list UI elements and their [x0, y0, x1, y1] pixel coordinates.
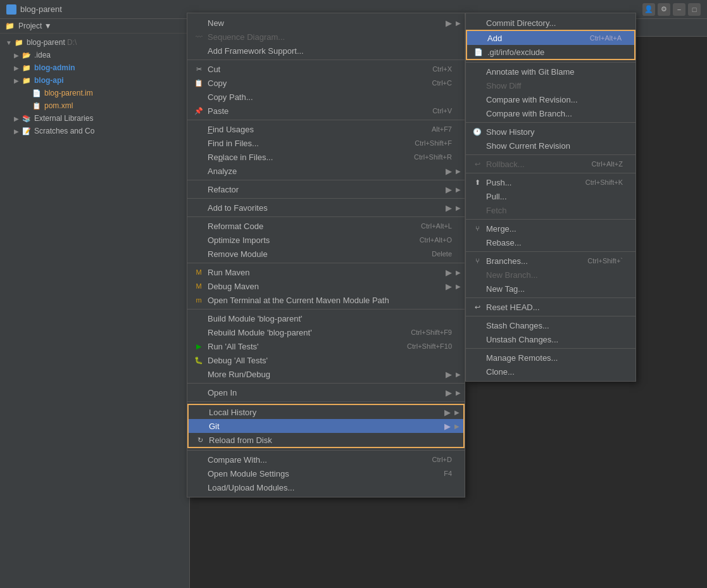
git-rebase[interactable]: Rebase... [466, 235, 635, 249]
git-show-diff: Show Diff [466, 78, 635, 92]
menu-run-maven[interactable]: M Run Maven ▶ [187, 265, 465, 279]
annotate-icon [472, 66, 482, 77]
menu-copy-path[interactable]: Copy Path... [187, 90, 465, 104]
tree-blog-admin[interactable]: ▶ 📁 blog-admin [0, 61, 189, 74]
menu-analyze[interactable]: Analyze ▶ [187, 164, 465, 178]
menu-debug-tests[interactable]: 🐛 Debug 'All Tests' [187, 353, 465, 367]
git-sep-5 [466, 219, 635, 220]
revision-icon [472, 94, 482, 104]
git-unstash[interactable]: Unstash Changes... [466, 332, 635, 346]
rebuild-icon [194, 327, 204, 337]
git-sep-3 [466, 154, 635, 155]
expand-arrow: ▼ [5, 39, 13, 46]
menu-cut[interactable]: ✂ Cut Ctrl+X [187, 62, 465, 76]
sidebar: 📁 Project ▼ ▼ 📁 blog-parent D:\ ▶ 📂 .ide… [0, 19, 190, 588]
load-icon [194, 482, 204, 492]
build-icon [194, 313, 204, 323]
git-show-revision[interactable]: Show Current Revision [466, 139, 635, 153]
tree-blog-parent-file[interactable]: 📄 blog-parent.im [0, 87, 189, 99]
minimize-button[interactable]: − [673, 3, 685, 16]
root-folder-icon: 📁 [14, 37, 24, 47]
file1-arrow [23, 89, 30, 97]
tree-root[interactable]: ▼ 📁 blog-parent D:\ [0, 36, 189, 49]
restore-button[interactable]: □ [688, 3, 701, 16]
git-new-tag[interactable]: New Tag... [466, 282, 635, 296]
git-annotate[interactable]: Annotate with Git Blame [466, 65, 635, 78]
menu-add-favorites[interactable]: Add to Favorites ▶ [187, 201, 465, 215]
sep-6 [187, 263, 465, 263]
menu-reload[interactable]: ↻ Reload from Disk [187, 433, 465, 448]
favorites-icon [194, 203, 204, 213]
menu-refactor[interactable]: Refactor ▶ [187, 182, 465, 196]
menu-load-upload[interactable]: Load/Upload Modules... [187, 480, 465, 494]
maven-icon: M [194, 267, 204, 277]
git-stash[interactable]: Stash Changes... [466, 318, 635, 332]
menu-module-settings[interactable]: Open Module Settings F4 [187, 466, 465, 480]
git-merge[interactable]: ⑂ Merge... [466, 222, 635, 235]
git-fetch: Fetch [466, 203, 635, 217]
git-compare-revision[interactable]: Compare with Revision... [466, 92, 635, 106]
menu-local-history[interactable]: Local History ▶ [187, 404, 465, 419]
menu-remove-module[interactable]: Remove Module Delete [187, 247, 465, 261]
menu-add-framework[interactable]: Add Framework Support... [187, 44, 465, 58]
git-compare-branch[interactable]: Compare with Branch... [466, 106, 635, 120]
git-add[interactable]: Add Ctrl+Alt+A [466, 30, 635, 45]
git-push[interactable]: ⬆ Push... Ctrl+Shift+K [466, 175, 635, 189]
git-icon [195, 421, 205, 431]
menu-open-terminal[interactable]: m Open Terminal at the Current Maven Mod… [187, 293, 465, 307]
menu-seq-diagram: 〰 Sequence Diagram... [187, 30, 465, 44]
git-branches[interactable]: ⑂ Branches... Ctrl+Shift+` [466, 254, 635, 268]
git-clone[interactable]: Clone... [466, 365, 635, 378]
ext-lib-label: External Libraries [34, 114, 93, 123]
menu-find-usages[interactable]: Find Usages Alt+F7 [187, 122, 465, 136]
rollback-icon: ↩ [472, 159, 482, 169]
tree-idea[interactable]: ▶ 📂 .idea [0, 49, 189, 61]
profile-button[interactable]: 👤 [642, 3, 655, 16]
git-rollback: ↩ Rollback... Ctrl+Alt+Z [466, 157, 635, 171]
admin-arrow: ▶ [13, 64, 20, 72]
menu-find-files[interactable]: Find in Files... Ctrl+Shift+F [187, 136, 465, 150]
settings-button[interactable]: ⚙ [658, 3, 670, 16]
refactor-icon [194, 184, 204, 194]
git-reset-head[interactable]: ↩ Reset HEAD... [466, 300, 635, 314]
sidebar-header[interactable]: 📁 Project ▼ [0, 19, 189, 34]
pull-icon [472, 191, 482, 201]
scratch-arrow: ▶ [13, 127, 20, 135]
tree-ext-lib[interactable]: ▶ 📚 External Libraries [0, 112, 189, 125]
git-commit-dir[interactable]: Commit Directory... [466, 16, 635, 30]
menu-new[interactable]: New ▶ [187, 16, 465, 30]
extlib-arrow: ▶ [13, 115, 20, 122]
tree-pom[interactable]: 📋 pom.xml [0, 99, 189, 112]
menu-debug-maven[interactable]: M Debug Maven ▶ [187, 279, 465, 293]
git-sub-arrow: ▶ [444, 422, 451, 431]
menu-replace-files[interactable]: Replace in Files... Ctrl+Shift+R [187, 150, 465, 164]
menu-reformat[interactable]: Reformat Code Ctrl+Alt+L [187, 219, 465, 233]
menu-copy[interactable]: 📋 Copy Ctrl+C [187, 76, 465, 90]
menu-rebuild[interactable]: Rebuild Module 'blog-parent' Ctrl+Shift+… [187, 325, 465, 339]
git-exclude[interactable]: 📄 .git/info/exclude [466, 45, 635, 60]
tree-blog-api[interactable]: ▶ 📁 blog-api [0, 74, 189, 87]
window-controls: 👤 ⚙ − □ [642, 3, 701, 16]
open-in-sub-arrow: ▶ [446, 388, 452, 397]
window-title: blog-parent [20, 4, 62, 14]
push-icon: ⬆ [472, 177, 482, 187]
git-sep-7 [466, 297, 635, 298]
module-file-label: blog-parent.im [44, 89, 93, 97]
menu-run-tests[interactable]: ▶ Run 'All Tests' Ctrl+Shift+F10 [187, 339, 465, 353]
root-label: blog-parent D:\ [27, 38, 77, 47]
menu-more-run[interactable]: More Run/Debug ▶ [187, 367, 465, 381]
menu-build[interactable]: Build Module 'blog-parent' [187, 311, 465, 325]
stash-icon [472, 320, 482, 330]
git-sep-1 [466, 62, 635, 63]
branch-compare-icon [472, 108, 482, 118]
api-folder-icon: 📁 [22, 75, 32, 85]
menu-paste[interactable]: 📌 Paste Ctrl+V [187, 104, 465, 118]
git-pull[interactable]: Pull... [466, 189, 635, 203]
git-manage-remotes[interactable]: Manage Remotes... [466, 351, 635, 365]
menu-git[interactable]: Git ▶ [187, 419, 465, 433]
menu-open-in[interactable]: Open In ▶ [187, 385, 465, 399]
menu-compare[interactable]: Compare With... Ctrl+D [187, 453, 465, 466]
menu-optimize[interactable]: Optimize Imports Ctrl+Alt+O [187, 233, 465, 247]
git-show-history[interactable]: 🕐 Show History [466, 125, 635, 139]
tree-scratches[interactable]: ▶ 📝 Scratches and Co [0, 125, 189, 137]
